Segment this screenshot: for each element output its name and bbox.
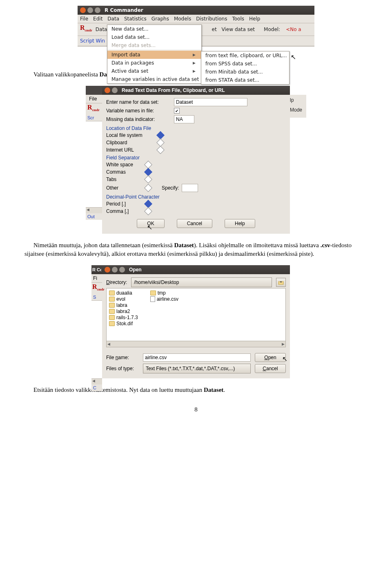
- dialog-title: Read Text Data From File, Clipboard, or …: [122, 87, 225, 93]
- partial-fi: Fi: [93, 275, 97, 281]
- minimize-icon[interactable]: [112, 87, 118, 93]
- partial-rtitle: R Commander: [92, 267, 101, 272]
- rcmdr-logo: Rcmdr: [80, 25, 92, 33]
- partial-s: S: [91, 294, 102, 300]
- minimize-icon[interactable]: [112, 267, 118, 273]
- submenu-from-text[interactable]: from text file, clipboard, or URL...: [201, 51, 289, 60]
- rcmdr-logo: Rcmdr: [92, 283, 105, 290]
- menu-item-new-data[interactable]: New data set...: [107, 25, 201, 33]
- menu-distributions[interactable]: Distributions: [196, 16, 227, 22]
- menu-item-manage-vars[interactable]: Manage variables in active data set▶: [107, 75, 201, 83]
- data-menu-dropdown: New data set... Load data set... Merge d…: [107, 25, 202, 84]
- radio-comma[interactable]: [144, 207, 152, 215]
- dataset-name-input[interactable]: [174, 98, 247, 106]
- partial-mode: Mode: [290, 104, 305, 116]
- horizontal-scrollbar[interactable]: ◀▶: [106, 341, 286, 347]
- menu-data[interactable]: Data: [107, 16, 119, 22]
- file-list[interactable]: duaalia evol labra labra2 rails-1.7.3 St…: [106, 288, 286, 341]
- toolbar-et: et: [212, 27, 217, 32]
- submenu-from-minitab[interactable]: from Minitab data set...: [201, 68, 289, 76]
- chevron-right-icon: ▶: [193, 69, 196, 73]
- background-window-right: lp Mode: [288, 95, 306, 118]
- menu-tools[interactable]: Tools: [232, 16, 244, 22]
- folder-duaalia[interactable]: duaalia: [109, 290, 138, 296]
- open-button[interactable]: Open: [255, 353, 286, 362]
- menu-edit[interactable]: Edit: [93, 16, 102, 22]
- menu-item-load-data[interactable]: Load data set...: [107, 33, 201, 41]
- file-icon: [150, 296, 155, 302]
- filetype-label: Files of type:: [106, 366, 139, 371]
- dec-period[interactable]: Period [.]: [106, 201, 143, 207]
- radio-tabs[interactable]: [144, 175, 152, 183]
- menu-file[interactable]: File: [80, 16, 88, 22]
- folder-rails[interactable]: rails-1.7.3: [109, 315, 138, 320]
- menu-help[interactable]: Help: [249, 16, 260, 22]
- partial-c: C: [91, 384, 102, 391]
- page-number: 8: [24, 406, 368, 413]
- folder-icon: [109, 309, 115, 314]
- help-button[interactable]: Help: [225, 219, 255, 228]
- sep-other[interactable]: Other: [106, 185, 143, 191]
- varnames-checkbox[interactable]: ✔: [174, 108, 180, 114]
- close-icon[interactable]: [80, 7, 86, 13]
- folder-evol[interactable]: evol: [109, 296, 138, 302]
- minimize-icon[interactable]: [87, 7, 93, 13]
- partial-file: File: [89, 96, 97, 102]
- file-airline[interactable]: airline.csv: [150, 296, 178, 302]
- directory-label: Directory:: [106, 279, 127, 285]
- folder-stokdif[interactable]: Stok.dif: [109, 321, 138, 326]
- location-section: Location of Data File: [106, 124, 286, 132]
- cancel-button[interactable]: Cancel: [177, 219, 212, 228]
- folder-icon: [150, 291, 156, 295]
- menu-item-data-packages[interactable]: Data in packages▶: [107, 59, 201, 67]
- no-active-label: <No a: [286, 27, 301, 32]
- maximize-icon[interactable]: [95, 7, 100, 13]
- separator-section: Field Separator: [106, 154, 286, 161]
- loc-local[interactable]: Local file system: [106, 132, 155, 138]
- sep-whitespace[interactable]: White space: [106, 162, 143, 168]
- menu-item-import-data[interactable]: Import data▶: [107, 51, 201, 59]
- dialog-titlebar: Read Text Data From File, Clipboard, or …: [102, 86, 290, 95]
- directory-select[interactable]: /home/viiksi/Desktop: [131, 277, 272, 287]
- ok-button[interactable]: OK: [137, 219, 164, 228]
- rcmdr-logo: Rcmdr: [87, 104, 100, 111]
- specify-label: Specify:: [162, 185, 179, 191]
- specify-input[interactable]: [182, 184, 198, 192]
- close-icon[interactable]: [105, 267, 110, 273]
- filetype-select[interactable]: Text Files (*.txt,*.TXT,*.dat,*.DAT,*.cs…: [143, 364, 251, 373]
- view-data-button[interactable]: View data set: [222, 27, 255, 32]
- import-submenu: from text file, clipboard, or URL... fro…: [201, 51, 290, 85]
- folder-tmp[interactable]: tmp: [150, 290, 178, 296]
- loc-clipboard[interactable]: Clipboard: [106, 140, 155, 145]
- window-title: R Commander: [105, 7, 143, 13]
- submenu-from-stata[interactable]: from STATA data set...: [201, 76, 289, 84]
- folder-labra[interactable]: labra: [109, 302, 138, 308]
- up-directory-button[interactable]: [276, 278, 286, 287]
- folder-icon: [109, 303, 115, 308]
- menu-models[interactable]: Models: [174, 16, 191, 22]
- missing-input[interactable]: [174, 115, 194, 123]
- filename-input[interactable]: [143, 353, 251, 362]
- menu-graphs[interactable]: Graphs: [151, 16, 169, 22]
- model-label: Model:: [264, 27, 280, 32]
- background-window-left: R Commander Fi Rcmdr S ◀ C: [91, 265, 102, 391]
- menu-item-active-data[interactable]: Active data set▶: [107, 67, 201, 75]
- sep-tabs[interactable]: Tabs: [106, 177, 143, 182]
- submenu-from-spss[interactable]: from SPSS data set...: [201, 60, 289, 68]
- paragraph-open-desc: Etsitään tiedosto valikkohakemistosta. N…: [24, 386, 368, 394]
- filename-label: File name:: [106, 355, 139, 360]
- close-icon[interactable]: [105, 87, 110, 93]
- radio-other[interactable]: [144, 184, 152, 192]
- sep-commas[interactable]: Commas: [106, 169, 143, 175]
- dec-comma[interactable]: Comma [,]: [106, 208, 143, 214]
- folder-labra2[interactable]: labra2: [109, 308, 138, 314]
- open-title: Open: [129, 267, 142, 273]
- maximize-icon[interactable]: [119, 267, 125, 273]
- loc-url[interactable]: Internet URL: [106, 147, 155, 153]
- cancel-button[interactable]: Cancel: [255, 364, 286, 373]
- chevron-right-icon: ▶: [193, 53, 196, 57]
- screenshot-read-dialog: File Rcmdr Scr ◀ Out lp Mode Read Text D…: [102, 86, 290, 234]
- menu-statistics[interactable]: Statistics: [124, 16, 147, 22]
- folder-icon: [109, 291, 115, 295]
- radio-url[interactable]: [156, 146, 165, 154]
